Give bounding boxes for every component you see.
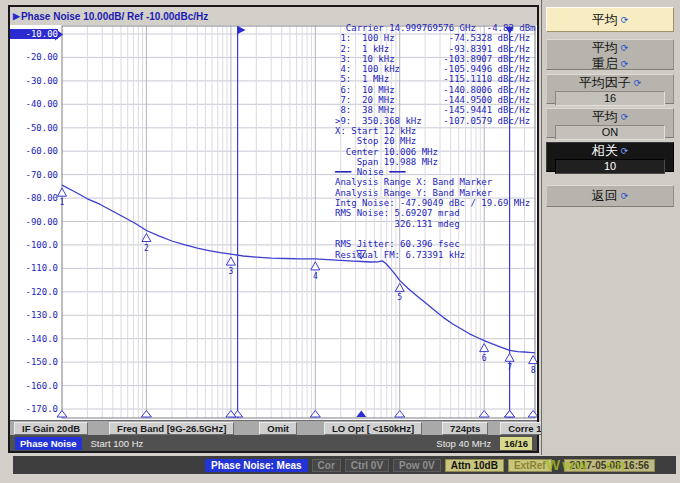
softkey-value: 10 (555, 159, 665, 174)
softkey-value: 16 (555, 91, 665, 106)
mode-badge: Phase Noise (15, 437, 82, 450)
softkey-label: 相关 (592, 143, 618, 158)
status-bar: Phase Noise Start 100 Hz Stop 40 MHz 16/… (10, 435, 537, 451)
softkey-average-onoff[interactable]: 平均⟳ ON (546, 108, 674, 138)
toolbar: IF Gain 20dBFreq Band [9G-26.5GHz]OmitLO… (10, 420, 537, 435)
y-axis-label: -50.00 (10, 123, 58, 133)
softkey-icon: ⟳ (621, 15, 629, 25)
y-axis-label: -160.0 (10, 381, 58, 391)
svg-text:8: 8 (531, 366, 536, 375)
sweep-start-label: Start 100 Hz (91, 438, 144, 449)
indicator-extref: ExtRef (508, 459, 552, 472)
y-axis-label: -100.0 (10, 240, 58, 250)
y-axis-label: -40.00 (10, 99, 58, 109)
y-axis-labels: -10.00-20.00-30.00-40.00-50.00-60.00-70.… (10, 25, 60, 420)
softkey-icon: ⟳ (621, 146, 629, 156)
softkey-menu-title-average[interactable]: 平均⟳ (546, 7, 674, 32)
softkey-return[interactable]: 返回⟳ (546, 185, 674, 207)
y-axis-label: -90.00 (10, 217, 58, 227)
measurement-readout: Carrier 14.999769576 GHz -4.83 dBm 1: 10… (335, 23, 535, 260)
softkey-icon: ⟳ (634, 78, 642, 88)
softkey-menu: 平均⟳ 平均⟳ 重启⟳ 平均因子⟳ 16 平均⟳ ON 相关⟳ 10 返回⟳ (541, 0, 680, 455)
svg-text:1: 1 (60, 198, 65, 207)
page: { "header": { "arrow": "▶", "title": "Ph… (0, 0, 680, 483)
indicator-pow-0v: Pow 0V (393, 459, 441, 472)
svg-text:5: 5 (397, 293, 402, 302)
softkey-label: 重启 (592, 56, 618, 71)
softkey-icon: ⟳ (621, 59, 629, 69)
softkey-icon: ⟳ (621, 43, 629, 53)
y-axis-label: -130.0 (10, 310, 58, 320)
indicator-cor: Cor (312, 459, 341, 472)
system-status-bar: Phase Noise: MeasCorCtrl 0VPow 0VAttn 10… (13, 456, 676, 474)
measurement-badge: Phase Noise: Meas (205, 459, 308, 472)
indicator-ctrl-0v: Ctrl 0V (345, 459, 389, 472)
softkey-icon: ⟳ (621, 112, 629, 122)
toolbar-segment: 724pts (442, 422, 488, 435)
softkey-label: 返回 (592, 188, 618, 203)
y-axis-label: -20.00 (10, 52, 58, 62)
svg-text:4: 4 (313, 272, 318, 281)
softkey-label: 平均 (592, 109, 618, 124)
y-axis-label: -60.00 (10, 146, 58, 156)
svg-text:2: 2 (144, 244, 149, 253)
y-axis-label: -70.00 (10, 170, 58, 180)
softkey-value: ON (555, 125, 665, 140)
indicator-attn-10db: Attn 10dB (445, 459, 504, 472)
active-trace-icon: ▶ (13, 11, 20, 21)
y-axis-label: -10.00 (10, 29, 58, 39)
svg-text:6: 6 (482, 354, 487, 363)
y-axis-label: -150.0 (10, 357, 58, 367)
softkey-label: 平均 (592, 40, 618, 55)
toolbar-segment: Omit (259, 422, 297, 435)
toolbar-segment: IF Gain 20dB (14, 422, 88, 435)
trace-title: Phase Noise 10.00dB/ Ref -10.00dBc/Hz (21, 11, 208, 22)
y-axis-label: -170.0 (10, 404, 58, 414)
y-axis-label: -120.0 (10, 287, 58, 297)
softkey-label: 平均因子 (579, 75, 631, 90)
graticule: 12345678 -10.00-20.00-30.00-40.00-50.00-… (10, 25, 537, 420)
instrument-screen: ▶ Phase Noise 10.00dB/ Ref -10.00dBc/Hz … (8, 5, 539, 453)
toolbar-segment: LO Opt [ <150kHz] (324, 422, 422, 435)
y-axis-label: -30.00 (10, 76, 58, 86)
softkey-average-factor[interactable]: 平均因子⟳ 16 (546, 74, 674, 104)
datetime-label: 2017-05-08 16:56 (564, 459, 656, 472)
softkey-average-restart[interactable]: 平均⟳ 重启⟳ (546, 39, 674, 70)
y-axis-label: -110.0 (10, 263, 58, 273)
softkey-correlation[interactable]: 相关⟳ 10 (546, 142, 674, 172)
y-axis-label: -80.00 (10, 193, 58, 203)
softkey-icon: ⟳ (621, 191, 629, 201)
average-count-badge: 16/16 (500, 437, 532, 450)
y-axis-label: -140.0 (10, 334, 58, 344)
sweep-stop-label: Stop 40 MHz (436, 438, 491, 449)
svg-text:7: 7 (507, 363, 512, 372)
svg-text:3: 3 (228, 267, 233, 276)
softkey-label: 平均 (592, 12, 618, 27)
toolbar-segment: Freq Band [9G-26.5GHz] (109, 422, 234, 435)
